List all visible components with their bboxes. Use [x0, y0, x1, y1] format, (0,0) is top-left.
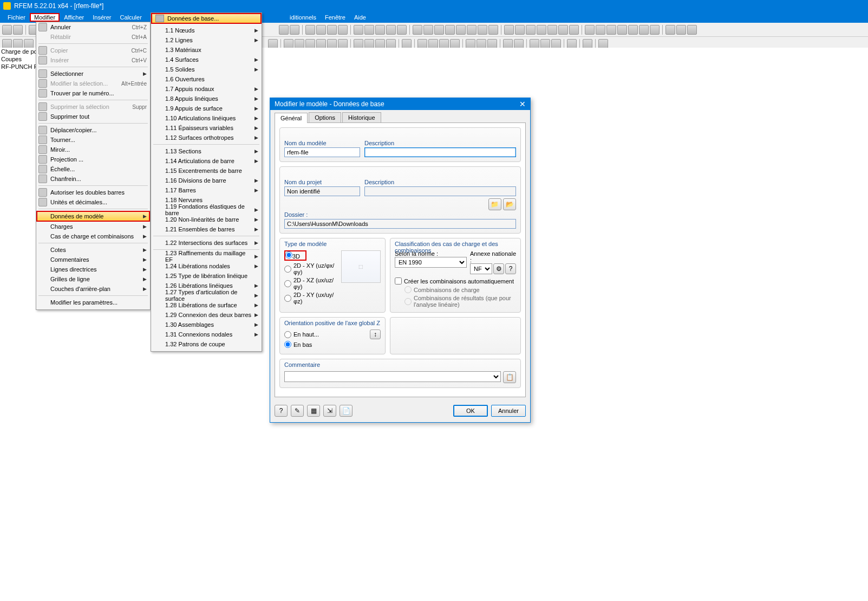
- toolbar-icon[interactable]: [295, 39, 304, 49]
- cancel-button[interactable]: Annuler: [491, 405, 526, 417]
- up-radio[interactable]: [284, 331, 291, 338]
- toolbar-icon[interactable]: [540, 39, 550, 49]
- toolbar-icon[interactable]: [477, 39, 486, 49]
- help-icon[interactable]: ?: [505, 263, 516, 274]
- toolbar-icon[interactable]: [598, 39, 608, 49]
- toolbar-icon[interactable]: [478, 25, 487, 35]
- toolbar-icon[interactable]: [515, 25, 525, 35]
- menu-item[interactable]: 1.22 Intersections des surfaces▶: [151, 238, 262, 248]
- menu-item[interactable]: 1.17 Barres▶: [151, 185, 262, 195]
- toolbar-icon[interactable]: [650, 25, 660, 35]
- toolbar-icon[interactable]: [537, 25, 546, 35]
- toolbar-icon[interactable]: [305, 25, 315, 35]
- ok-button[interactable]: OK: [453, 405, 488, 417]
- toolbar-icon[interactable]: [434, 25, 444, 35]
- checkbox-auto-combinations[interactable]: Créer les combinaisons automatiquement: [395, 277, 516, 285]
- toolbar-icon[interactable]: [417, 39, 427, 49]
- toolbar-icon[interactable]: [488, 25, 498, 35]
- toolbar-icon[interactable]: [423, 25, 433, 35]
- radio-3d[interactable]: [285, 251, 292, 259]
- menu-item[interactable]: 1.1 Nœuds▶: [151, 25, 262, 35]
- menu-fenetre[interactable]: Fenêtre: [321, 13, 350, 22]
- toolbar-icon[interactable]: [413, 25, 422, 35]
- auto-combo-checkbox[interactable]: [395, 277, 402, 285]
- menu-item[interactable]: 1.32 Patrons de coupe: [151, 339, 262, 349]
- radio-2dxz-input[interactable]: [284, 280, 291, 287]
- menu-item[interactable]: 1.27 Types d'articulation de surface▶: [151, 290, 262, 300]
- menu-item[interactable]: 1.12 Surfaces orthotropes▶: [151, 133, 262, 143]
- orientation-icon[interactable]: ↕: [370, 329, 381, 339]
- radio-2d-xy2[interactable]: 2D - XY (ux/uy/φz): [284, 292, 338, 305]
- tab-options[interactable]: Options: [309, 112, 341, 122]
- menu-item[interactable]: 1.14 Articulations de barre▶: [151, 156, 262, 166]
- menu-item[interactable]: 1.3 Matériaux: [151, 45, 262, 55]
- help-button-icon[interactable]: ?: [275, 405, 288, 417]
- toolbar-icon[interactable]: [445, 25, 455, 35]
- menu-item[interactable]: Tourner...: [36, 135, 150, 145]
- toolbar-icon[interactable]: [514, 39, 524, 49]
- menu-item[interactable]: 1.8 Appuis linéiques▶: [151, 94, 262, 104]
- menu-item[interactable]: Miroir...: [36, 145, 150, 154]
- menu-item[interactable]: 1.23 Raffinements du maillage EF▶: [151, 251, 262, 261]
- calc-button-icon[interactable]: ▦: [307, 405, 320, 417]
- menu-item[interactable]: Projection ...: [36, 154, 150, 164]
- toolbar-icon[interactable]: [290, 25, 299, 35]
- menu-item[interactable]: 1.4 Surfaces▶: [151, 55, 262, 64]
- toolbar-icon[interactable]: [2, 25, 12, 35]
- toolbar-icon[interactable]: [386, 25, 396, 35]
- menu-item[interactable]: Chanfrein...: [36, 174, 150, 184]
- toolbar-icon[interactable]: [687, 25, 697, 35]
- toolbar-icon[interactable]: [558, 25, 568, 35]
- edit-button-icon[interactable]: ✎: [291, 405, 304, 417]
- menu-item[interactable]: 1.15 Excentrements de barre: [151, 166, 262, 176]
- dialog-titlebar[interactable]: Modifier le modèle - Données de base ✕: [270, 98, 530, 110]
- toolbar-icon[interactable]: [503, 39, 513, 49]
- toolbar-icon[interactable]: [338, 39, 348, 49]
- toolbar-icon[interactable]: [375, 25, 385, 35]
- menu-aide[interactable]: Aide: [350, 13, 370, 22]
- folder-browse-icon[interactable]: 📂: [503, 198, 516, 210]
- menu-item[interactable]: 1.30 Assemblages▶: [151, 320, 262, 329]
- toolbar-icon[interactable]: [284, 39, 293, 49]
- menu-modifier[interactable]: Modifier: [30, 13, 60, 22]
- menu-item[interactable]: Autoriser les doubles barres: [36, 188, 150, 197]
- menu-item[interactable]: 1.13 Sections▶: [151, 146, 262, 156]
- norm-select[interactable]: EN 1990: [395, 257, 467, 268]
- menu-item[interactable]: Couches d'arrière-plan▶: [36, 284, 150, 294]
- toolbar-icon[interactable]: [487, 39, 497, 49]
- radio-3d-wrap[interactable]: 3D: [284, 250, 306, 261]
- toolbar-icon[interactable]: [547, 25, 557, 35]
- menu-item[interactable]: Sélectionner▶: [36, 69, 150, 79]
- export-button-icon[interactable]: ⇲: [323, 405, 336, 417]
- menu-item[interactable]: AnnulerCtrl+Z: [36, 22, 150, 32]
- toolbar-icon[interactable]: [551, 39, 561, 49]
- menu-item[interactable]: 1.29 Connexion des deux barres▶: [151, 310, 262, 320]
- menu-item[interactable]: 1.10 Articulations linéiques▶: [151, 113, 262, 123]
- menu-item[interactable]: Unités et décimales...: [36, 197, 150, 207]
- menu-item[interactable]: 1.24 Libérations nodales▶: [151, 261, 262, 271]
- gear-icon[interactable]: ⚙: [493, 263, 504, 274]
- menu-item[interactable]: 1.25 Type de libération linéique: [151, 271, 262, 281]
- menu-item[interactable]: Grilles de ligne▶: [36, 274, 150, 284]
- clipboard-button-icon[interactable]: 📄: [340, 405, 353, 417]
- down-radio[interactable]: [284, 341, 291, 348]
- toolbar-icon[interactable]: [428, 39, 438, 49]
- menu-item[interactable]: 1.5 Solides▶: [151, 64, 262, 74]
- toolbar-icon[interactable]: [24, 39, 34, 49]
- model-name-input[interactable]: [284, 147, 360, 157]
- menu-item[interactable]: Cas de charge et combinaisons▶: [36, 231, 150, 241]
- toolbar-icon[interactable]: [466, 39, 475, 49]
- menu-calculer[interactable]: Calculer: [115, 13, 146, 22]
- menu-item[interactable]: 1.19 Fondations élastiques de barre▶: [151, 205, 262, 215]
- toolbar-icon[interactable]: [386, 39, 396, 49]
- toolbar-icon[interactable]: [665, 25, 675, 35]
- annex-select[interactable]: NF: [470, 263, 492, 274]
- toolbar-icon[interactable]: [397, 25, 407, 35]
- submenu-header-donnees-base[interactable]: Données de base...: [151, 13, 262, 24]
- menu-item[interactable]: Déplacer/copier...: [36, 125, 150, 135]
- menu-item[interactable]: Échelle...: [36, 164, 150, 174]
- radio-2d-xy[interactable]: 2D - XY (uz/φx/φy): [284, 262, 338, 275]
- comment-pick-icon[interactable]: 📋: [503, 371, 516, 383]
- menu-fichier[interactable]: Fichier: [3, 13, 30, 22]
- menu-item[interactable]: 1.16 Divisions de barre▶: [151, 176, 262, 185]
